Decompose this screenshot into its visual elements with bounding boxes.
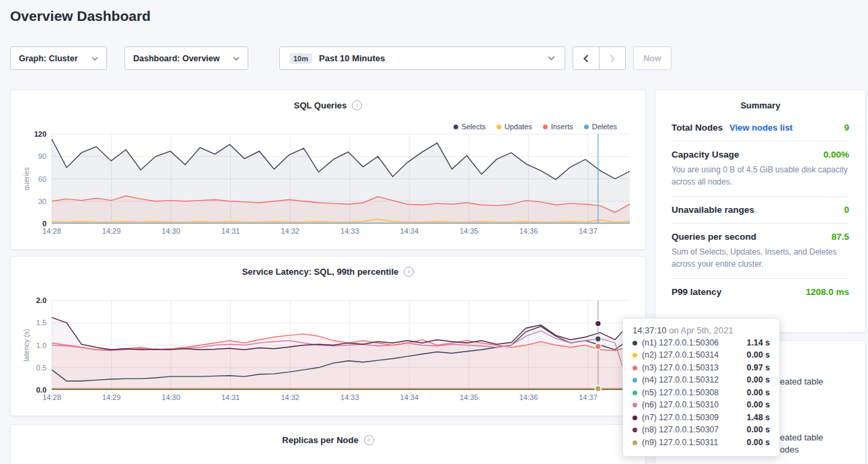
info-icon[interactable]: i <box>364 435 374 445</box>
svg-text:14:29: 14:29 <box>102 227 121 235</box>
time-range-label: Past 10 Minutes <box>319 53 385 63</box>
node-color-dot <box>632 341 637 345</box>
summary-subtext: Sum of Selects, Updates, Inserts, and De… <box>672 246 849 270</box>
tooltip-node-value: 1.14 s <box>747 338 770 348</box>
tooltip-time: 14:37:10 <box>632 325 667 335</box>
svg-text:14:31: 14:31 <box>221 393 240 401</box>
time-range-picker[interactable]: 10m Past 10 Minutes <box>279 46 565 70</box>
tooltip-node-value: 0.00 s <box>747 425 770 435</box>
svg-text:14:33: 14:33 <box>340 393 359 401</box>
svg-text:90: 90 <box>38 152 46 160</box>
chevron-down-icon <box>548 56 555 61</box>
dashboard-dropdown[interactable]: Dashboard: Overview <box>124 46 248 70</box>
node-color-dot <box>632 428 637 432</box>
svg-text:60: 60 <box>38 175 46 183</box>
overview-dashboard-page: Overview Dashboard Graph: Cluster Dashbo… <box>0 0 868 464</box>
summary-value: 87.5 <box>832 232 849 242</box>
tooltip-node-label: (n6) 127.0.0.1:50310 <box>642 400 719 410</box>
tooltip-node-value: 0.00 s <box>747 388 770 398</box>
tooltip-node-label: (n1) 127.0.0.1:50306 <box>642 338 719 348</box>
service-latency-plot[interactable]: 0.00.51.01.52.014:2814:2914:3014:3114:32… <box>21 290 637 403</box>
now-button[interactable]: Now <box>633 46 672 70</box>
svg-text:14:34: 14:34 <box>400 227 419 235</box>
summary-panel: Summary Total NodesView nodes list9Capac… <box>655 90 866 333</box>
svg-text:14:35: 14:35 <box>460 393 478 401</box>
tooltip-node-row: (n6) 127.0.0.1:503100.00 s <box>632 400 770 410</box>
tooltip-node-row: (n7) 127.0.0.1:503091.48 s <box>632 413 770 423</box>
time-forward-button[interactable] <box>599 46 626 70</box>
tooltip-node-row: (n2) 127.0.0.1:503140.00 s <box>632 350 770 360</box>
svg-text:14:29: 14:29 <box>102 393 121 401</box>
chart-title: Replicas per Node <box>282 435 358 445</box>
summary-row: P99 latency1208.0 ms <box>672 278 849 305</box>
tooltip-node-value: 0.00 s <box>747 375 770 385</box>
tooltip-node-label: (n5) 127.0.0.1:50308 <box>642 388 719 398</box>
time-back-button[interactable] <box>573 46 600 70</box>
summary-title: Summary <box>655 90 865 114</box>
tooltip-rows: (n1) 127.0.0.1:503061.14 s(n2) 127.0.0.1… <box>632 338 770 448</box>
tooltip-node-label: (n9) 127.0.0.1:50311 <box>642 438 718 448</box>
summary-label: Queries per second <box>672 232 756 242</box>
tooltip-node-value: 0.00 s <box>747 350 770 360</box>
time-nav-group <box>573 46 626 70</box>
svg-text:14:28: 14:28 <box>42 227 61 235</box>
node-color-dot <box>632 403 637 407</box>
svg-text:120: 120 <box>34 130 46 138</box>
summary-row: Queries per second87.5Sum of Selects, Up… <box>672 223 849 278</box>
svg-text:14:32: 14:32 <box>281 393 299 401</box>
event-text-fragment: eated table <box>780 432 823 442</box>
summary-value: 9 <box>844 123 849 133</box>
summary-row: Capacity Usage0.00%You are using 0 B of … <box>672 141 849 196</box>
node-color-dot <box>632 416 637 420</box>
tooltip-node-value: 1.48 s <box>747 413 770 423</box>
sql-queries-plot[interactable]: 030609012014:2814:2914:3014:3114:3214:33… <box>21 124 637 237</box>
summary-label: Total Nodes <box>672 123 723 133</box>
replicas-per-node-chart-card: Replicas per Node i <box>10 424 646 464</box>
tooltip-node-label: (n8) 127.0.0.1:50307 <box>642 425 719 435</box>
chart-title: Service Latency: SQL, 99th percentile <box>242 267 399 277</box>
view-nodes-list-link[interactable]: View nodes list <box>729 123 793 133</box>
tooltip-node-row: (n4) 127.0.0.1:503120.00 s <box>632 375 770 385</box>
tooltip-node-label: (n2) 127.0.0.1:50314 <box>642 350 719 360</box>
svg-text:14:37: 14:37 <box>579 393 598 401</box>
info-icon[interactable]: i <box>352 100 362 110</box>
node-color-dot <box>632 353 637 358</box>
time-range-badge: 10m <box>289 53 312 64</box>
tooltip-node-row: (n9) 127.0.0.1:503110.00 s <box>632 438 770 448</box>
summary-row: Total NodesView nodes list9 <box>672 114 849 141</box>
info-icon[interactable]: i <box>404 267 414 277</box>
svg-text:14:35: 14:35 <box>460 227 478 235</box>
tooltip-node-value: 0.97 s <box>747 363 770 373</box>
page-title: Overview Dashboard <box>10 8 151 24</box>
svg-text:14:31: 14:31 <box>221 227 240 235</box>
summary-row: Unavailable ranges0 <box>672 196 849 223</box>
tooltip-node-value: 0.00 s <box>747 438 770 448</box>
svg-text:30: 30 <box>38 197 46 205</box>
summary-label: Unavailable ranges <box>672 205 754 215</box>
tooltip-node-row: (n3) 127.0.0.1:503130.97 s <box>632 363 770 373</box>
summary-subtext: You are using 0 B of 4.5 GiB usable disk… <box>672 164 849 188</box>
svg-text:14:37: 14:37 <box>579 227 598 235</box>
node-color-dot <box>632 440 637 445</box>
dashboard-dropdown-label: Dashboard: Overview <box>133 54 220 63</box>
svg-text:1.5: 1.5 <box>36 319 46 327</box>
svg-text:0.5: 0.5 <box>36 364 46 372</box>
graph-dropdown-label: Graph: Cluster <box>19 54 78 63</box>
summary-rows: Total NodesView nodes list9Capacity Usag… <box>655 114 865 305</box>
svg-text:14:32: 14:32 <box>281 227 299 235</box>
tooltip-node-label: (n7) 127.0.0.1:50309 <box>642 413 719 423</box>
tooltip-node-label: (n3) 127.0.0.1:50313 <box>642 363 719 373</box>
summary-label: Capacity Usage <box>672 150 739 160</box>
graph-dropdown[interactable]: Graph: Cluster <box>10 46 107 70</box>
svg-text:14:30: 14:30 <box>161 227 180 235</box>
event-text-fragment: eated table <box>780 376 823 387</box>
tooltip-node-row: (n1) 127.0.0.1:503061.14 s <box>632 338 770 348</box>
svg-text:14:30: 14:30 <box>161 393 180 401</box>
chart-title: SQL Queries <box>294 100 347 110</box>
tooltip-node-label: (n4) 127.0.0.1:50312 <box>642 375 719 385</box>
sql-queries-chart-card: SQL Queries i SelectsUpdatesInsertsDelet… <box>10 90 646 250</box>
svg-text:14:33: 14:33 <box>340 227 359 235</box>
chevron-down-icon <box>233 57 240 61</box>
service-latency-chart-card: Service Latency: SQL, 99th percentile i … <box>10 256 646 416</box>
tooltip-node-row: (n8) 127.0.0.1:503070.00 s <box>632 425 770 435</box>
